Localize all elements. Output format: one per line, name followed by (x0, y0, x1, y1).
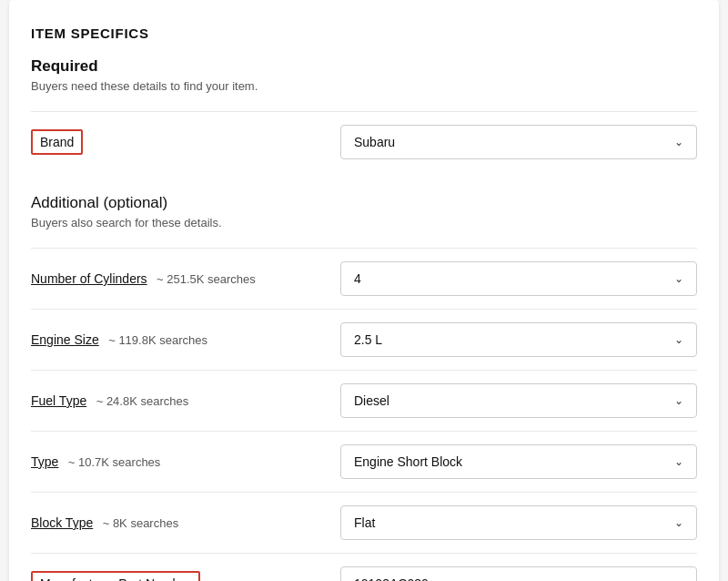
fuel-type-search-count: ~ 24.8K searches (96, 394, 189, 408)
fuel-type-label[interactable]: Fuel Type (31, 393, 86, 408)
required-heading: Required (31, 57, 697, 76)
block-type-value-col: Flat ⌄ (340, 505, 697, 540)
cylinders-search-count: ~ 251.5K searches (157, 272, 256, 286)
type-value-col: Engine Short Block ⌄ (340, 444, 697, 479)
block-type-search-count: ~ 8K searches (103, 516, 178, 530)
item-specifics-card: ITEM SPECIFICS Required Buyers need thes… (9, 0, 719, 581)
cylinders-dropdown[interactable]: 4 ⌄ (340, 261, 697, 296)
type-value: Engine Short Block (354, 454, 462, 469)
engine-size-label[interactable]: Engine Size (31, 332, 99, 347)
engine-size-field-row: Engine Size ~ 119.8K searches 2.5 L ⌄ (31, 309, 697, 370)
manufacturer-part-number-dropdown[interactable]: 10103AC030 ⌄ (340, 566, 697, 581)
required-section: Required Buyers need these details to fi… (31, 57, 697, 172)
manufacturer-part-number-label[interactable]: Manufacturer Part Number (31, 571, 200, 581)
engine-size-value-col: 2.5 L ⌄ (340, 322, 697, 357)
fuel-type-value: Diesel (354, 393, 389, 408)
engine-size-chevron-icon: ⌄ (674, 333, 683, 346)
required-description: Buyers need these details to find your i… (31, 79, 697, 93)
block-type-chevron-icon: ⌄ (674, 516, 683, 529)
engine-size-value: 2.5 L (354, 332, 382, 347)
cylinders-field-row: Number of Cylinders ~ 251.5K searches 4 … (31, 248, 697, 309)
manufacturer-part-number-field-row: Manufacturer Part Number 10103AC030 ⌄ (31, 553, 697, 581)
fuel-type-dropdown[interactable]: Diesel ⌄ (340, 383, 697, 418)
brand-field-row: Brand Subaru ⌄ (31, 111, 697, 172)
additional-section: Additional (optional) Buyers also search… (31, 194, 697, 581)
brand-value-col: Subaru ⌄ (340, 125, 697, 159)
block-type-dropdown[interactable]: Flat ⌄ (340, 505, 697, 540)
type-chevron-icon: ⌄ (674, 455, 683, 468)
type-dropdown[interactable]: Engine Short Block ⌄ (340, 444, 697, 479)
fuel-type-label-col: Fuel Type ~ 24.8K searches (31, 392, 340, 409)
cylinders-value-col: 4 ⌄ (340, 261, 697, 296)
engine-size-label-col: Engine Size ~ 119.8K searches (31, 331, 340, 348)
additional-heading: Additional (optional) (31, 194, 697, 212)
fuel-type-chevron-icon: ⌄ (674, 394, 683, 407)
block-type-field-row: Block Type ~ 8K searches Flat ⌄ (31, 492, 697, 553)
brand-chevron-icon: ⌄ (674, 136, 683, 148)
fuel-type-value-col: Diesel ⌄ (340, 383, 697, 418)
cylinders-chevron-icon: ⌄ (674, 272, 683, 285)
block-type-value: Flat (354, 515, 375, 530)
type-search-count: ~ 10.7K searches (68, 455, 161, 469)
block-type-label[interactable]: Block Type (31, 515, 93, 530)
brand-dropdown[interactable]: Subaru ⌄ (340, 125, 697, 159)
additional-description: Buyers also search for these details. (31, 216, 697, 229)
cylinders-label-col: Number of Cylinders ~ 251.5K searches (31, 270, 340, 287)
cylinders-value: 4 (354, 271, 361, 286)
engine-size-dropdown[interactable]: 2.5 L ⌄ (340, 322, 697, 357)
type-label[interactable]: Type (31, 454, 58, 469)
page-title: ITEM SPECIFICS (31, 25, 697, 41)
manufacturer-part-number-value: 10103AC030 (354, 576, 429, 581)
type-label-col: Type ~ 10.7K searches (31, 454, 340, 470)
cylinders-label[interactable]: Number of Cylinders (31, 271, 147, 286)
engine-size-search-count: ~ 119.8K searches (108, 333, 207, 347)
fuel-type-field-row: Fuel Type ~ 24.8K searches Diesel ⌄ (31, 370, 697, 431)
type-field-row: Type ~ 10.7K searches Engine Short Block… (31, 431, 697, 492)
manufacturer-part-number-chevron-icon: ⌄ (674, 577, 683, 581)
manufacturer-part-number-label-col: Manufacturer Part Number (31, 571, 340, 581)
brand-value: Subaru (354, 135, 395, 149)
block-type-label-col: Block Type ~ 8K searches (31, 515, 340, 531)
brand-label-col: Brand (31, 129, 340, 155)
manufacturer-part-number-value-col: 10103AC030 ⌄ (340, 566, 697, 581)
brand-label[interactable]: Brand (31, 129, 83, 155)
